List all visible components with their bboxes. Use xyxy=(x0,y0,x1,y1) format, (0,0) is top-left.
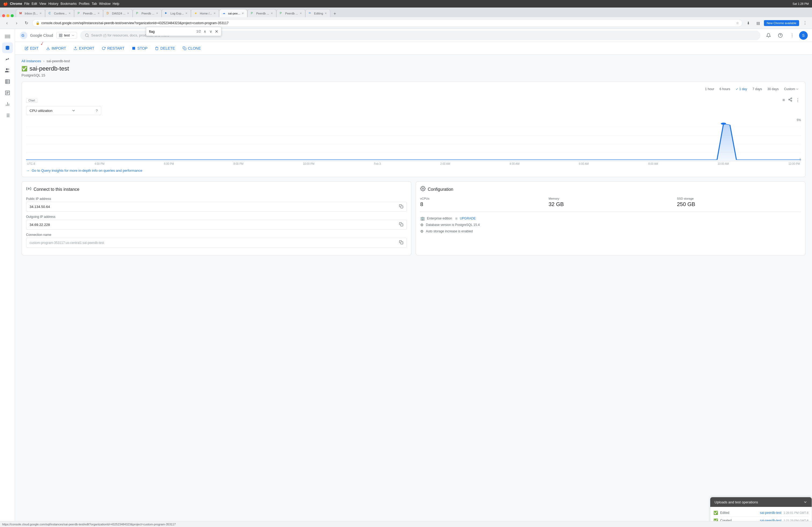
sidebar-nav-tables[interactable] xyxy=(2,76,13,87)
forward-button[interactable]: › xyxy=(13,19,20,27)
upload-item-0: ✅ Edited sai-peerdb-test 1:26:01 PM GMT-… xyxy=(713,509,809,517)
sidebar-nav-users[interactable] xyxy=(2,65,13,76)
tab-gmail[interactable]: M Inbox (5... ✕ xyxy=(16,9,45,17)
time-range-7days[interactable]: 7 days xyxy=(750,86,764,92)
chart-more-icon[interactable]: ⋮ xyxy=(795,96,801,104)
delete-button[interactable]: DELETE xyxy=(152,44,178,52)
tab-peerdb2-close[interactable]: ✕ xyxy=(156,12,158,15)
tab-peerdb3-close[interactable]: ✕ xyxy=(271,12,273,15)
public-ip-copy-btn[interactable] xyxy=(399,204,403,209)
new-chrome-button[interactable]: New Chrome available xyxy=(764,20,799,26)
menu-window[interactable]: Window xyxy=(99,2,111,6)
svg-point-34 xyxy=(792,36,793,37)
menu-profiles[interactable]: Profiles xyxy=(79,2,90,6)
project-selector[interactable]: test xyxy=(56,32,77,39)
memory-item: Memory 32 GB xyxy=(549,197,673,207)
tab-conf[interactable]: C Confere... ✕ xyxy=(45,9,74,17)
tab-saipee-close[interactable]: ✕ xyxy=(242,12,244,15)
app-container: G Google Cloud test Search (/) for resou… xyxy=(0,29,812,527)
tab-logexp-label: Log Exp... xyxy=(171,12,184,15)
menu-history[interactable]: History xyxy=(48,2,58,6)
maximize-window[interactable] xyxy=(11,14,14,17)
time-range-custom[interactable]: Custom xyxy=(782,86,801,92)
tab-saipee[interactable]: ☁ sai-pee... ✕ xyxy=(219,9,247,17)
help-icon[interactable] xyxy=(775,31,785,40)
back-button[interactable]: ‹ xyxy=(3,19,11,27)
user-avatar[interactable]: S xyxy=(799,31,808,40)
import-button[interactable]: IMPORT xyxy=(43,44,69,52)
more-options-icon[interactable]: ⋮ xyxy=(801,19,809,27)
upload-link-0[interactable]: sai-peerdb-test xyxy=(760,511,781,515)
sidebar-toggle-icon[interactable]: ▤ xyxy=(754,19,762,27)
more-icon[interactable] xyxy=(787,31,797,40)
outgoing-ip-copy-btn[interactable] xyxy=(399,222,403,227)
search-next-btn[interactable]: ∨ xyxy=(209,29,213,34)
clone-button[interactable]: CLONE xyxy=(179,44,204,52)
tab-logexp-close[interactable]: ✕ xyxy=(185,12,187,15)
tab-peerdb1-close[interactable]: ✕ xyxy=(98,12,100,15)
stop-button[interactable]: STOP xyxy=(129,44,151,52)
tab-peerdb2[interactable]: P Peerdb ... ✕ xyxy=(133,9,162,17)
tab-peerdb4-close[interactable]: ✕ xyxy=(300,12,302,15)
top-nav-icons: S xyxy=(764,31,808,40)
time-range-30days[interactable]: 30 days xyxy=(765,86,781,92)
search-prev-btn[interactable]: ∧ xyxy=(203,29,207,34)
connection-name-copy-btn[interactable] xyxy=(399,240,403,245)
tab-peerdb1[interactable]: P Peerdb ... ✕ xyxy=(74,9,103,17)
vcpus-value: 8 xyxy=(420,201,544,207)
tab-dais[interactable]: D DAIS24 ... ✕ xyxy=(103,9,133,17)
breadcrumb: All instances › sai-peerdb-test xyxy=(21,59,806,63)
menu-bookmarks[interactable]: Bookmarks xyxy=(61,2,77,6)
chart-share-icon[interactable] xyxy=(787,96,794,104)
tab-peerdb4[interactable]: P Peerdb ... ✕ xyxy=(276,9,305,17)
export-button[interactable]: EXPORT xyxy=(70,44,98,52)
notifications-icon[interactable] xyxy=(764,31,773,40)
menu-tab[interactable]: Tab xyxy=(92,2,97,6)
close-window[interactable] xyxy=(2,14,5,17)
sidebar-nav-database[interactable] xyxy=(2,42,13,53)
connect-icon xyxy=(26,186,31,193)
menu-edit[interactable]: Edit xyxy=(32,2,37,6)
sidebar-nav-chart[interactable] xyxy=(2,99,13,109)
apple-menu[interactable]: 🍎 xyxy=(3,2,8,6)
time-range-1hour[interactable]: 1 hour xyxy=(703,86,716,92)
menu-view[interactable]: View xyxy=(39,2,46,6)
chart-help-icon[interactable]: ? xyxy=(96,109,98,113)
tab-peerdb1-favicon: P xyxy=(77,12,81,15)
menu-file[interactable]: File xyxy=(24,2,29,6)
tab-gmail-close[interactable]: ✕ xyxy=(40,12,42,15)
search-input[interactable] xyxy=(149,30,194,33)
uploads-collapse-icon[interactable] xyxy=(803,500,808,504)
minimize-window[interactable] xyxy=(6,14,10,17)
sidebar-nav-menu[interactable] xyxy=(2,31,13,42)
tab-dais-close[interactable]: ✕ xyxy=(127,12,129,15)
address-bar[interactable]: 🔒 console.cloud.google.com/sql/instances… xyxy=(32,19,742,27)
upgrade-link[interactable]: UPGRADE xyxy=(460,216,476,220)
restart-button[interactable]: RESTART xyxy=(99,44,128,52)
edit-button[interactable]: EDIT xyxy=(21,44,42,52)
time-range-6hours[interactable]: 6 hours xyxy=(717,86,733,92)
tab-peerdb3[interactable]: P Peerdb ... ✕ xyxy=(247,9,276,17)
breadcrumb-all-instances[interactable]: All instances xyxy=(21,59,41,63)
tab-logexp[interactable]: ▶ Log Exp... ✕ xyxy=(162,9,191,17)
uploads-header[interactable]: Uploads and test operations xyxy=(710,497,812,507)
tab-editing[interactable]: ✏ Editing ✕ xyxy=(305,9,331,17)
sidebar-nav-logs[interactable] xyxy=(2,88,13,98)
x-label-8pm: 8:00 PM xyxy=(233,162,243,165)
search-close-btn[interactable]: ✕ xyxy=(215,29,218,34)
tab-conf-close[interactable]: ✕ xyxy=(69,12,71,15)
tab-home[interactable]: ★ Home /... ✕ xyxy=(191,9,219,17)
tab-home-close[interactable]: ✕ xyxy=(214,12,216,15)
new-tab-button[interactable]: + xyxy=(331,10,338,17)
menu-help[interactable]: Help xyxy=(113,2,119,6)
time-range-1day[interactable]: 1 day xyxy=(734,86,750,92)
sidebar-nav-settings[interactable] xyxy=(2,110,13,121)
reload-button[interactable]: ↻ xyxy=(23,19,30,27)
query-insights-link[interactable]: → Go to Query insights for more in-depth… xyxy=(26,168,801,172)
chart-lines-icon[interactable]: ≡ xyxy=(781,96,786,104)
tab-editing-close[interactable]: ✕ xyxy=(325,12,327,15)
download-icon[interactable]: ⬇ xyxy=(744,19,752,27)
bookmark-star-icon[interactable]: ☆ xyxy=(736,21,739,25)
sidebar-nav-monitoring[interactable] xyxy=(2,54,13,64)
chart-type-selector[interactable]: CPU utilization ? xyxy=(26,106,101,115)
